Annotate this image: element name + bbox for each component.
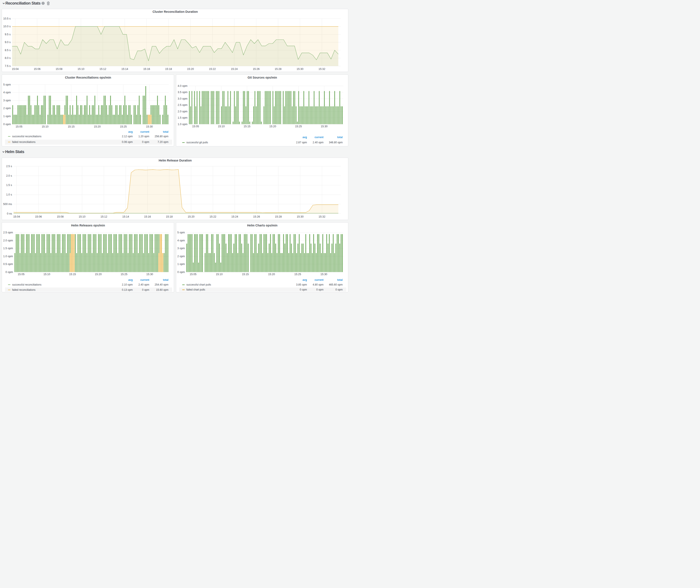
- svg-text:2.5 opm: 2.5 opm: [178, 103, 187, 107]
- svg-text:3 opm: 3 opm: [3, 99, 11, 102]
- svg-text:15:25: 15:25: [294, 273, 301, 276]
- svg-text:3.0 opm: 3.0 opm: [178, 97, 187, 100]
- svg-text:15:24: 15:24: [231, 68, 238, 71]
- svg-text:15:08: 15:08: [57, 215, 64, 218]
- svg-text:15:12: 15:12: [99, 68, 106, 71]
- svg-text:15:30: 15:30: [146, 273, 153, 276]
- svg-text:4 opm: 4 opm: [177, 239, 185, 242]
- svg-text:2 opm: 2 opm: [3, 107, 11, 110]
- svg-text:Cluster Reconciliation Duratio: Cluster Reconciliation Duration: [153, 10, 198, 13]
- svg-text:2.5 opm: 2.5 opm: [3, 231, 13, 234]
- svg-text:15:14: 15:14: [122, 215, 129, 218]
- svg-text:1.0 s: 1.0 s: [6, 193, 12, 196]
- svg-text:15:22: 15:22: [210, 215, 216, 218]
- svg-text:15:15: 15:15: [242, 273, 249, 276]
- svg-text:15:32: 15:32: [319, 215, 325, 218]
- svg-text:15:22: 15:22: [209, 68, 216, 71]
- svg-text:15:10: 15:10: [44, 273, 50, 276]
- svg-text:8.0 s: 8.0 s: [5, 57, 11, 60]
- svg-text:15:06: 15:06: [35, 215, 42, 218]
- svg-text:10.5 s: 10.5 s: [3, 17, 11, 20]
- svg-text:1.0 opm: 1.0 opm: [178, 123, 187, 126]
- svg-text:0 opm: 0 opm: [5, 271, 13, 274]
- svg-text:15:16: 15:16: [143, 68, 150, 71]
- svg-text:15:20: 15:20: [188, 215, 194, 218]
- svg-text:2.0 opm: 2.0 opm: [178, 110, 187, 113]
- svg-text:2.0 s: 2.0 s: [6, 174, 12, 177]
- svg-text:1 opm: 1 opm: [3, 115, 11, 118]
- svg-text:9.0 s: 9.0 s: [5, 41, 11, 44]
- svg-text:15:14: 15:14: [121, 68, 128, 71]
- svg-text:15:30: 15:30: [297, 68, 303, 71]
- svg-text:9.5 s: 9.5 s: [5, 33, 11, 36]
- svg-text:3.5 opm: 3.5 opm: [178, 91, 187, 94]
- svg-text:15:04: 15:04: [13, 215, 20, 218]
- svg-text:1.5 opm: 1.5 opm: [3, 247, 13, 250]
- svg-text:15:12: 15:12: [100, 215, 107, 218]
- svg-text:Git Sources ops/min: Git Sources ops/min: [248, 76, 277, 79]
- svg-text:2.5 s: 2.5 s: [6, 165, 12, 168]
- svg-text:15:10: 15:10: [79, 215, 85, 218]
- svg-text:2 opm: 2 opm: [177, 255, 185, 258]
- svg-text:15:28: 15:28: [275, 68, 281, 71]
- svg-text:15:16: 15:16: [144, 215, 151, 218]
- svg-text:500 ms: 500 ms: [3, 202, 12, 205]
- svg-text:15:30: 15:30: [321, 273, 327, 276]
- svg-text:3 opm: 3 opm: [177, 247, 185, 250]
- svg-text:15:08: 15:08: [56, 68, 62, 71]
- svg-text:15:20: 15:20: [268, 273, 275, 276]
- svg-text:8.5 s: 8.5 s: [5, 49, 11, 52]
- svg-text:5 opm: 5 opm: [177, 231, 185, 234]
- svg-text:1 opm: 1 opm: [177, 263, 185, 266]
- svg-text:2.0 opm: 2.0 opm: [3, 239, 13, 242]
- svg-text:4.0 opm: 4.0 opm: [178, 84, 187, 87]
- svg-text:15:10: 15:10: [42, 125, 48, 128]
- svg-text:15:24: 15:24: [231, 215, 238, 218]
- svg-text:15:25: 15:25: [295, 125, 302, 128]
- svg-text:4 opm: 4 opm: [3, 91, 11, 94]
- svg-text:1.5 s: 1.5 s: [6, 184, 12, 187]
- svg-text:0.5 opm: 0.5 opm: [3, 263, 13, 266]
- svg-text:15:18: 15:18: [165, 68, 172, 71]
- svg-text:0 opm: 0 opm: [3, 123, 11, 126]
- svg-text:15:30: 15:30: [297, 215, 303, 218]
- svg-text:15:05: 15:05: [192, 125, 199, 128]
- svg-text:1.5 opm: 1.5 opm: [178, 116, 187, 119]
- svg-text:15:05: 15:05: [16, 125, 22, 128]
- svg-text:0 opm: 0 opm: [177, 271, 185, 274]
- svg-text:15:18: 15:18: [166, 215, 173, 218]
- svg-text:15:04: 15:04: [12, 68, 19, 71]
- svg-text:Helm Release Duration: Helm Release Duration: [159, 158, 192, 162]
- svg-text:15:20: 15:20: [187, 68, 194, 71]
- svg-text:15:20: 15:20: [94, 125, 101, 128]
- svg-text:15:10: 15:10: [216, 273, 223, 276]
- svg-text:15:25: 15:25: [120, 125, 127, 128]
- svg-text:0 ns: 0 ns: [7, 212, 12, 215]
- svg-text:15:10: 15:10: [77, 68, 84, 71]
- svg-text:15:15: 15:15: [68, 125, 74, 128]
- svg-text:15:15: 15:15: [69, 273, 76, 276]
- svg-text:15:20: 15:20: [95, 273, 102, 276]
- svg-text:15:25: 15:25: [121, 273, 127, 276]
- svg-text:15:30: 15:30: [146, 125, 153, 128]
- svg-text:5 opm: 5 opm: [3, 83, 11, 86]
- svg-text:15:28: 15:28: [275, 215, 282, 218]
- svg-text:15:20: 15:20: [269, 125, 276, 128]
- svg-text:10.0 s: 10.0 s: [3, 25, 11, 28]
- svg-text:15:15: 15:15: [244, 125, 250, 128]
- svg-text:1.0 opm: 1.0 opm: [3, 255, 13, 258]
- svg-text:7.5 s: 7.5 s: [5, 65, 11, 68]
- svg-text:Helm Releases ops/min: Helm Releases ops/min: [71, 224, 105, 227]
- svg-text:15:26: 15:26: [253, 68, 260, 71]
- svg-text:15:06: 15:06: [34, 68, 40, 71]
- svg-text:Cluster Reconciliations ops/mi: Cluster Reconciliations ops/min: [65, 76, 111, 79]
- svg-text:15:30: 15:30: [321, 125, 327, 128]
- svg-text:15:05: 15:05: [18, 273, 24, 276]
- svg-text:Helm Charts ops/min: Helm Charts ops/min: [247, 224, 277, 227]
- svg-text:15:32: 15:32: [318, 68, 325, 71]
- svg-text:15:26: 15:26: [253, 215, 260, 218]
- svg-text:15:10: 15:10: [218, 125, 225, 128]
- svg-text:15:05: 15:05: [190, 273, 196, 276]
